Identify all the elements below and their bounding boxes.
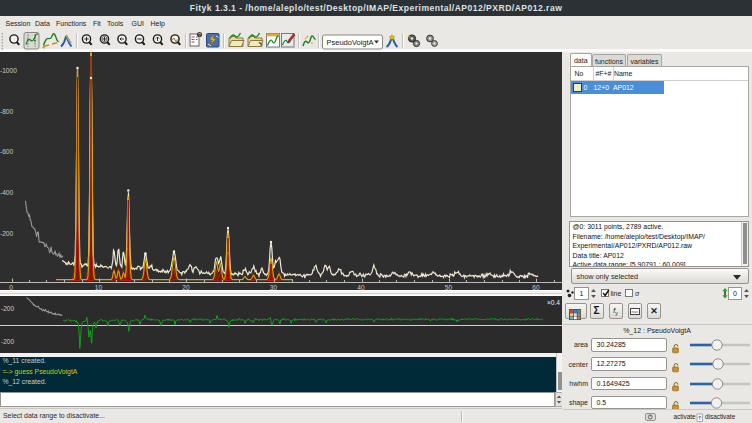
svg-text:×0.4: ×0.4 (547, 299, 560, 306)
svg-text:-1000: -1000 (0, 67, 17, 74)
svg-text:-400: -400 (0, 189, 14, 196)
svg-text:-600: -600 (0, 148, 14, 155)
svg-text:-200: -200 (1, 305, 15, 312)
svg-text:?: ? (198, 32, 201, 38)
svg-text:-200: -200 (1, 338, 15, 345)
svg-text:-800: -800 (0, 108, 14, 115)
svg-text:-200: -200 (0, 230, 14, 237)
svg-text:PseudoVoigtA: PseudoVoigtA (327, 38, 374, 47)
